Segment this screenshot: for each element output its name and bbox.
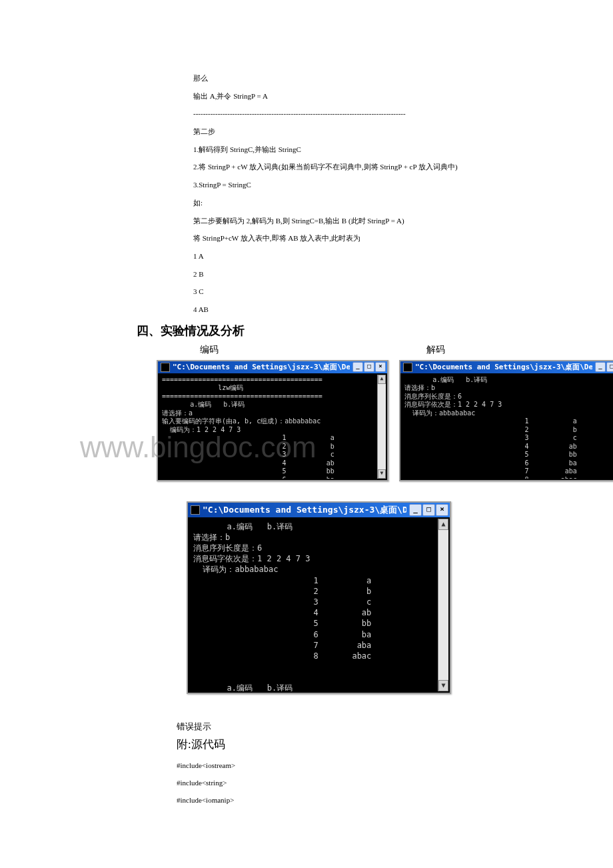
scrollbar[interactable]: ▲ ▼ [377, 375, 386, 479]
attachment-heading: 附:源代码 [177, 737, 573, 752]
window-title: "C:\Documents and Settings\jszx-3\桌面\Deb… [173, 362, 350, 372]
maximize-button[interactable]: □ [606, 362, 613, 372]
text-line: 1.解码得到 StringC,并输出 StringC [193, 143, 493, 156]
text-line: ----------------------------------------… [193, 107, 493, 120]
minimize-button[interactable]: _ [595, 362, 606, 372]
minimize-button[interactable]: _ [409, 504, 422, 516]
console-body: ========================================… [159, 375, 378, 479]
col-header-encode: 编码 [200, 344, 413, 356]
code-line: #include<string> [177, 779, 573, 787]
console-body: a.编码 b.译码 请选择：b 消息序列长度是：6 消息码字依次是：1 2 2 … [189, 519, 438, 691]
console-decode: "C:\Documents and Settings\jszx-3\桌面\Deb… [399, 360, 613, 481]
cmd-icon [191, 505, 200, 515]
text-line: 3.StringP = StringC [193, 179, 493, 191]
text-line: 2.将 StringP + cW 放入词典(如果当前码字不在词典中,则将 Str… [193, 161, 493, 173]
close-button[interactable]: × [436, 504, 448, 516]
maximize-button[interactable]: □ [422, 504, 435, 516]
maximize-button[interactable]: □ [364, 362, 374, 372]
scroll-down-icon[interactable]: ▼ [378, 469, 386, 479]
text-line: 1 A [193, 250, 493, 263]
text-line: 如: [193, 197, 493, 209]
text-line: 4 AB [193, 303, 493, 316]
footer-block: 错误提示 附:源代码 #include<iostream> #include<s… [177, 721, 573, 804]
code-line: #include<iostream> [177, 761, 573, 769]
scroll-up-icon[interactable]: ▲ [438, 519, 448, 530]
text-line: 2 B [193, 268, 493, 281]
scrollbar[interactable]: ▲ ▼ [438, 519, 448, 691]
text-line: 输出 A,并令 StringP = A [193, 90, 493, 103]
cmd-icon [161, 363, 170, 372]
minimize-button[interactable]: _ [352, 362, 363, 372]
text-line: 第二步 [193, 125, 493, 138]
column-headers: 编码 解码 [200, 344, 573, 356]
text-line: 第二步要解码为 2,解码为 B,则 StringC=B,输出 B (此时 Str… [193, 215, 493, 227]
console-body: a.编码 b.译码 请选择：b 消息序列长度是：6 消息码字依次是：1 2 2 … [402, 375, 613, 479]
error-hint-label: 错误提示 [177, 721, 573, 733]
titlebar: "C:\Documents and Settings\jszx-3\桌面\Deb… [188, 503, 450, 517]
algorithm-text: 那么 输出 A,并令 StringP = A -----------------… [193, 72, 493, 316]
console-encode: "C:\Documents and Settings\jszx-3\桌面\Deb… [157, 360, 388, 481]
text-line: 3 C [193, 285, 493, 298]
console-error: "C:\Documents and Settings\jszx-3\桌面\Deb… [187, 501, 451, 694]
window-title: "C:\Documents and Settings\jszx-3\桌面\Deb… [203, 504, 406, 516]
text-line: 将 StringP+cW 放入表中,即将 AB 放入表中,此时表为 [193, 232, 493, 245]
titlebar: "C:\Documents and Settings\jszx-3\桌面\Deb… [158, 361, 387, 373]
close-button[interactable]: × [375, 362, 386, 372]
text-line: 那么 [193, 72, 493, 85]
col-header-decode: 解码 [426, 344, 445, 356]
cmd-icon [403, 363, 412, 372]
scroll-up-icon[interactable]: ▲ [378, 375, 386, 384]
code-line: #include<iomanip> [177, 796, 573, 804]
window-title: "C:\Documents and Settings\jszx-3\桌面\Deb… [415, 362, 592, 372]
section-heading: 四、实验情况及分析 [137, 323, 573, 339]
scroll-down-icon[interactable]: ▼ [438, 680, 448, 691]
titlebar: "C:\Documents and Settings\jszx-3\桌面\Deb… [400, 361, 613, 373]
